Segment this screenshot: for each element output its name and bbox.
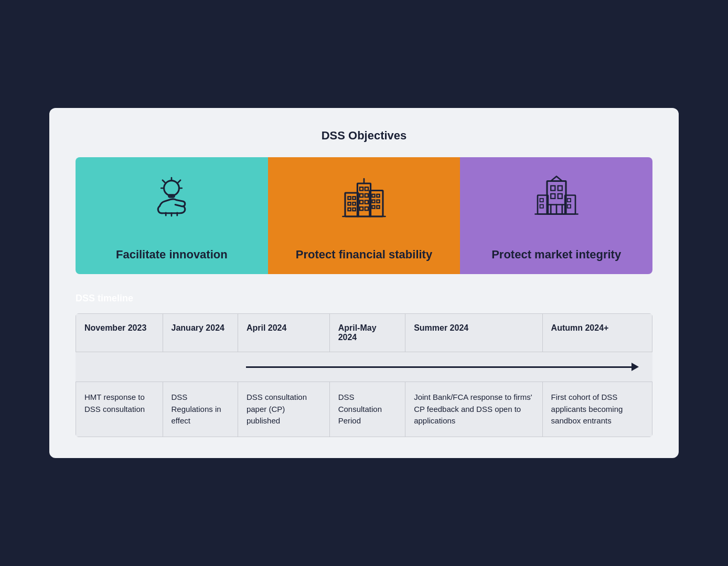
event-autumn2024: First cohort of DSS applicants becoming … <box>542 382 652 437</box>
objective-protect-financial-stability: Protect financial stability <box>268 157 461 274</box>
event-nov2023: HMT response to DSS consultation <box>76 382 163 437</box>
protect-market-integrity-icon-area <box>460 157 652 236</box>
svg-rect-22 <box>365 194 368 197</box>
main-card: DSS Objectives <box>49 108 679 458</box>
facilitate-innovation-icon-area <box>76 157 268 236</box>
svg-rect-51 <box>567 205 570 208</box>
timeline-title: DSS timeline <box>76 293 652 304</box>
hand-lightbulb-icon <box>148 174 195 221</box>
header-apr2024: April 2024 <box>238 314 329 352</box>
event-summer2024: Joint Bank/FCA response to firms' CP fee… <box>405 382 542 437</box>
svg-rect-21 <box>360 194 363 197</box>
svg-rect-14 <box>348 202 350 205</box>
timeline-arrow-row <box>76 352 652 382</box>
header-summer2024: Summer 2024 <box>405 314 542 352</box>
svg-rect-42 <box>551 186 555 191</box>
svg-rect-13 <box>352 197 355 200</box>
svg-rect-16 <box>348 208 350 211</box>
event-apr2024: DSS consultation paper (CP) published <box>238 382 329 437</box>
svg-rect-31 <box>372 200 374 203</box>
svg-rect-50 <box>567 199 570 202</box>
svg-rect-29 <box>372 194 374 197</box>
svg-line-2 <box>178 180 181 183</box>
timeline-table: November 2023 January 2024 April 2024 Ap… <box>76 313 652 437</box>
page-title: DSS Objectives <box>76 129 652 143</box>
svg-rect-20 <box>365 188 368 191</box>
protect-financial-stability-label: Protect financial stability <box>268 236 461 274</box>
svg-rect-26 <box>365 207 368 210</box>
facilitate-innovation-label: Facilitate innovation <box>76 236 268 274</box>
arrow-area <box>238 352 652 382</box>
svg-line-3 <box>163 180 165 183</box>
objectives-grid: Facilitate innovation <box>76 157 652 274</box>
svg-rect-17 <box>352 208 355 211</box>
event-apr-may2024: DSS Consultation Period <box>329 382 405 437</box>
svg-rect-48 <box>540 199 543 202</box>
svg-rect-43 <box>558 186 562 191</box>
svg-rect-34 <box>377 206 379 209</box>
timeline-events-row: HMT response to DSS consultation DSS Reg… <box>76 382 652 437</box>
svg-point-0 <box>164 181 179 196</box>
arrow-empty-left <box>76 352 238 382</box>
svg-rect-19 <box>360 188 363 191</box>
protect-market-integrity-label: Protect market integrity <box>460 236 652 274</box>
header-autumn2024: Autumn 2024+ <box>542 314 652 352</box>
svg-rect-11 <box>345 193 358 216</box>
svg-rect-33 <box>372 206 374 209</box>
svg-rect-44 <box>551 194 555 199</box>
svg-rect-49 <box>540 205 543 208</box>
objective-facilitate-innovation: Facilitate innovation <box>76 157 268 274</box>
header-apr-may2024: April-May 2024 <box>329 314 405 352</box>
svg-rect-30 <box>377 194 379 197</box>
header-nov2023: November 2023 <box>76 314 163 352</box>
svg-rect-25 <box>360 207 363 210</box>
arrow-head <box>631 363 639 371</box>
svg-rect-12 <box>348 197 350 200</box>
buildings-icon <box>340 174 388 221</box>
svg-rect-24 <box>365 201 368 204</box>
svg-rect-15 <box>352 202 355 205</box>
objective-protect-market-integrity: Protect market integrity <box>460 157 652 274</box>
timeline-arrow <box>246 356 644 377</box>
svg-rect-32 <box>377 200 379 203</box>
svg-rect-45 <box>558 194 562 199</box>
timeline-header-row: November 2023 January 2024 April 2024 Ap… <box>76 314 652 352</box>
arrow-line <box>246 366 631 368</box>
svg-rect-23 <box>360 201 363 204</box>
header-jan2024: January 2024 <box>163 314 238 352</box>
city-building-icon <box>533 174 580 221</box>
protect-financial-stability-icon-area <box>268 157 461 236</box>
event-jan2024: DSS Regulations in effect <box>163 382 238 437</box>
